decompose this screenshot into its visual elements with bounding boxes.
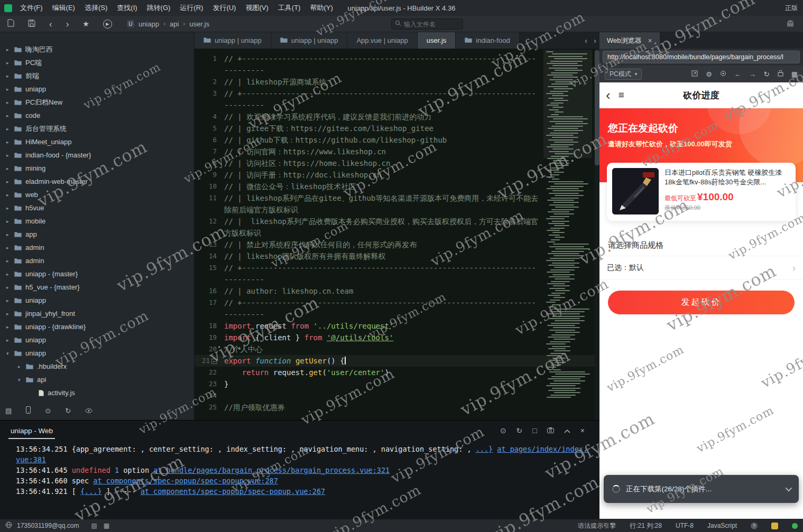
tree-item[interactable]: ▸.hbuilderx [0, 360, 194, 373]
code-text[interactable]: // +------------------------------------… [220, 53, 539, 76]
back-arrow-icon[interactable]: ‹ [606, 88, 611, 102]
message-icon[interactable] [771, 522, 778, 529]
tree-item[interactable]: ▸mobile [0, 214, 194, 228]
editor-tab[interactable]: uniapp | uniapp [195, 32, 271, 49]
console-debug-icon[interactable]: ⊙ [500, 426, 506, 435]
code-text[interactable]: // | likeshop系列产品收费版本务必购买商业授权，购买去版权授权后，方… [220, 216, 539, 239]
console-tab[interactable]: uniapp - Web [8, 422, 55, 439]
code-text[interactable]: // | likeshop系列产品在gitee、github等知名渠道开源版本可… [220, 192, 539, 216]
tree-item[interactable]: ▸uniapp - {drawkline} [0, 320, 194, 333]
device-mode-select[interactable]: PC模式 ▾ [605, 69, 642, 80]
code-text[interactable]: // | likeshop团队版权所有并拥有最终解释权 [220, 250, 539, 262]
browser-tab[interactable]: Web浏览器 × [599, 32, 660, 49]
debug-icon[interactable]: ⊙ [45, 407, 51, 415]
editor-tab[interactable]: user.js [418, 32, 456, 49]
log-link[interactable]: at bundle/pages/bargain_process/bargain_… [153, 466, 390, 474]
panel-icon[interactable]: ▤ [5, 407, 12, 415]
tree-item[interactable]: ▸indian-food - {master} [0, 148, 194, 162]
code-text[interactable]: // | 禁止对系统程序代码以任何目的，任何形式的再发布 [220, 239, 539, 250]
menubar-item[interactable]: 文件(F) [15, 0, 48, 16]
phone-icon[interactable] [26, 406, 31, 415]
tree-item[interactable]: ▸admin [0, 254, 194, 267]
language-label[interactable]: JavaScript [707, 522, 737, 529]
tree-item[interactable]: ▸uniapp - {master} [0, 267, 194, 281]
console-clear-icon[interactable]: × [580, 426, 585, 435]
code-text[interactable]: return request.get('user/center') [220, 367, 539, 378]
url-input[interactable] [603, 51, 800, 63]
code-text[interactable] [220, 390, 539, 402]
menubar-item[interactable]: 帮助(Y) [305, 0, 337, 16]
tree-item[interactable]: ▸jinpai_yhyl_front [0, 307, 194, 320]
tree-item[interactable]: ▸h5_vue - {master} [0, 281, 194, 294]
code-text[interactable]: // +------------------------------------… [220, 262, 539, 285]
tree-item[interactable]: ▸嗨淘巴西 [0, 43, 194, 56]
tree-item[interactable]: ▸HiMeet_uniapp [0, 135, 194, 148]
close-icon[interactable]: × [648, 36, 652, 45]
code-text[interactable]: // | 欢迎阅读学习系统程序代码，建议反馈是我们前进的动力 [220, 111, 539, 123]
code-text[interactable]: // | 访问手册：http://doc.likeshop.cn [220, 169, 539, 181]
tree-item[interactable]: ▸eladmin-web-master [0, 175, 194, 188]
editor-tab[interactable]: App.vue | uniapp [347, 32, 417, 49]
code-text[interactable]: } [220, 378, 539, 390]
file-search-box[interactable] [391, 18, 463, 30]
encoding-label[interactable]: UTF-8 [676, 522, 694, 529]
spec-selector-row[interactable]: 已选：默认 › [599, 256, 803, 280]
breadcrumb-item[interactable]: api [170, 20, 179, 28]
code-text[interactable]: // | author: likeshop.cn.team [220, 285, 539, 297]
page-forward-icon[interactable]: → [749, 70, 756, 78]
tree-item[interactable]: ▸mining [0, 162, 194, 175]
save-icon[interactable] [28, 20, 35, 29]
tree-item[interactable]: ▸h5vue [0, 201, 194, 214]
tree-item[interactable]: ▸PC归档New [0, 96, 194, 109]
code-text[interactable]: //个人中心 [220, 343, 539, 355]
menubar-item[interactable]: 发行(U) [208, 0, 241, 16]
code-text[interactable]: export function getUser() { [220, 355, 539, 367]
help-icon[interactable]: ? [751, 522, 758, 529]
breadcrumb-item[interactable]: user.js [189, 20, 209, 28]
log-link[interactable]: {...} [80, 487, 102, 496]
tree-item[interactable]: ▸uniapp [0, 333, 194, 347]
tree-item[interactable]: ▸admin [0, 241, 194, 254]
tree-item[interactable]: ▸PC端 [0, 56, 194, 69]
breadcrumb-item[interactable]: uniapp [139, 20, 159, 28]
menubar-item[interactable]: 视图(V) [241, 0, 273, 16]
menubar-item[interactable]: 编辑(E) [48, 0, 80, 16]
console-collapse-icon[interactable] [564, 426, 570, 435]
tree-item[interactable]: ▸后台管理系统 [0, 122, 194, 135]
inspect-target-icon[interactable] [720, 70, 726, 78]
grid-layout-icon[interactable]: ▦ [791, 70, 798, 78]
tree-item[interactable]: ▸前端 [0, 69, 194, 82]
menubar-item[interactable]: 跳转(G) [142, 0, 176, 16]
minimap[interactable] [546, 51, 589, 416]
product-card[interactable]: 日本进口pilot百乐贵宾钢笔 硬橡胶生漆18k金笔fkv-88s莳绘30号金尖… [607, 163, 796, 221]
console-restart-icon[interactable]: ↻ [516, 426, 523, 435]
code-text[interactable]: // +------------------------------------… [220, 297, 539, 320]
page-refresh-icon[interactable]: ↻ [764, 70, 770, 78]
console-screenshot-icon[interactable] [547, 426, 554, 435]
tree-item[interactable]: ▸code [0, 109, 194, 122]
page-back-icon[interactable]: ← [734, 70, 741, 78]
menubar-item[interactable]: 查找(I) [112, 0, 142, 16]
cursor-position-label[interactable]: 行:21 列:28 [630, 521, 662, 530]
log-link[interactable]: ...} [476, 445, 493, 453]
code-text[interactable]: // | 微信公众号：likeshop技术社区 [220, 181, 539, 192]
hbuilder-ghost-icon[interactable] [785, 18, 796, 30]
code-text[interactable]: import { client } from '@/utils/tools' [220, 332, 539, 343]
tree-item[interactable]: ▸uniapp [0, 82, 194, 96]
editor-tab[interactable]: uniapp | uniapp [271, 32, 348, 49]
editor-tab[interactable]: indian-food [456, 32, 519, 49]
menubar-item[interactable]: 工具(T) [273, 0, 306, 16]
log-link[interactable]: at components/spec-popup/spec-popup.vue:… [141, 487, 326, 496]
image-preview-icon[interactable]: ▦ [104, 522, 109, 529]
fold-icon[interactable]: − [211, 359, 217, 364]
bookmark-star-icon[interactable]: ★ [82, 20, 89, 27]
code-text[interactable]: // +------------------------------------… [220, 88, 539, 111]
new-file-icon[interactable] [7, 19, 14, 29]
settings-gear-icon[interactable]: ⚙ [706, 70, 712, 78]
tree-item[interactable]: ▸uniapp [0, 294, 194, 307]
code-text[interactable]: // | github下载：https://github.com/likesho… [220, 134, 539, 146]
account-label[interactable]: 1735031199@qq.com [17, 522, 79, 529]
sync-icon[interactable]: ↻ [65, 407, 71, 415]
tree-item[interactable]: ▾uniapp [0, 347, 194, 360]
toast-collapse-icon[interactable] [786, 485, 792, 492]
